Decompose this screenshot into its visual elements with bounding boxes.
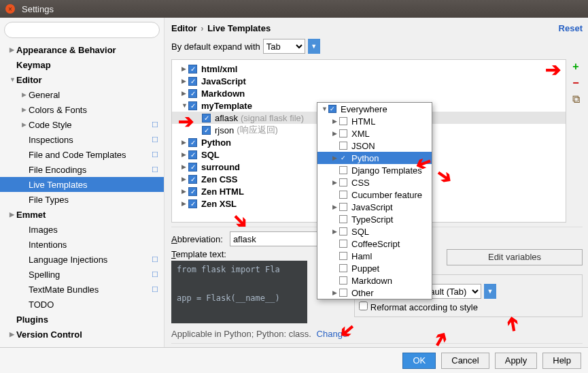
breadcrumb: Editor › Live Templates [171, 23, 271, 33]
settings-window: × Settings 🔍 ▶Appearance & BehaviorKeyma… [0, 0, 588, 373]
sidebar-item[interactable]: Intentions [0, 237, 164, 252]
search-input[interactable] [4, 22, 160, 38]
popup-item[interactable]: ▶SQL [317, 225, 432, 238]
popup-item[interactable]: Haml [317, 250, 432, 262]
sidebar-item[interactable]: ▶Emmet [0, 207, 164, 222]
abbreviation-label: Abbreviation: [171, 234, 223, 244]
dialog-footer: OK Cancel Apply Help [0, 347, 588, 373]
popup-item[interactable]: ▶✓Python [317, 152, 432, 164]
context-popup[interactable]: ▼✓Everywhere▶HTML▶XMLJSON▶✓PythonDjango … [317, 102, 432, 299]
sidebar-item[interactable]: File Types [0, 192, 164, 207]
template-row[interactable]: ▶✓JavaScript [172, 75, 566, 87]
popup-item[interactable]: Puppet [317, 262, 432, 274]
settings-tree[interactable]: ▶Appearance & BehaviorKeymap▼Editor▶Gene… [0, 42, 164, 347]
default-expand-row: By default expand with Tab ▼ [171, 39, 583, 59]
sidebar-item[interactable]: Plugins [0, 312, 164, 327]
sidebar: 🔍 ▶Appearance & BehaviorKeymap▼Editor▶Ge… [0, 18, 165, 347]
window-title: Settings [22, 4, 54, 14]
sidebar-item[interactable]: Spelling☐ [0, 267, 164, 282]
popup-item[interactable]: ▶Other [317, 287, 432, 299]
reformat-checkbox[interactable] [359, 302, 368, 310]
sidebar-item[interactable]: Keymap [0, 57, 164, 72]
ok-button[interactable]: OK [402, 353, 436, 369]
popup-item[interactable]: Markdown [317, 274, 432, 287]
sidebar-item[interactable]: TODO [0, 297, 164, 312]
reformat-checkbox-label[interactable]: Reformat according to style [359, 302, 478, 312]
popup-item[interactable]: JSON [317, 140, 432, 152]
sidebar-item[interactable]: ▶General [0, 87, 164, 102]
side-actions: + − ⧉ [569, 59, 583, 223]
template-text-editor[interactable]: from flask import Fla app = Flask(__name… [171, 261, 307, 323]
dropdown-icon[interactable]: ▼ [484, 284, 496, 299]
applicable-context: Applicable in Python; Python: class. Cha… [171, 325, 347, 343]
popup-item[interactable]: ▶CSS [317, 176, 432, 189]
popup-item[interactable]: ▼✓Everywhere [317, 103, 432, 115]
titlebar: × Settings [0, 0, 588, 18]
sidebar-item[interactable]: ▶Code Style☐ [0, 117, 164, 132]
sidebar-item[interactable]: Inspections☐ [0, 132, 164, 147]
sidebar-item[interactable]: Images [0, 222, 164, 237]
close-icon[interactable]: × [5, 4, 15, 14]
sidebar-item[interactable]: TextMate Bundles☐ [0, 282, 164, 297]
popup-item[interactable]: Django Templates [317, 164, 432, 176]
template-row[interactable]: ▶✓html/xml [172, 63, 566, 75]
expand-select[interactable]: Tab [263, 39, 305, 54]
popup-item[interactable]: CoffeeScript [317, 238, 432, 250]
apply-button[interactable]: Apply [495, 353, 538, 369]
popup-item[interactable]: ▶JavaScript [317, 201, 432, 213]
add-icon[interactable]: + [572, 61, 578, 73]
edit-variables-button[interactable]: Edit variables [447, 249, 583, 265]
sidebar-item[interactable]: Language Injections☐ [0, 252, 164, 267]
sidebar-item[interactable]: File and Code Templates☐ [0, 147, 164, 162]
cancel-button[interactable]: Cancel [441, 353, 489, 369]
popup-item[interactable]: ▶HTML [317, 115, 432, 127]
popup-item[interactable]: Cucumber feature [317, 189, 432, 201]
copy-icon[interactable]: ⧉ [572, 93, 580, 106]
sidebar-item[interactable]: ▶Version Control [0, 327, 164, 342]
change-link[interactable]: Change [317, 329, 348, 339]
popup-item[interactable]: TypeScript [317, 213, 432, 225]
sidebar-item[interactable]: Live Templates [0, 177, 164, 192]
sidebar-item[interactable]: ▶Appearance & Behavior [0, 42, 164, 57]
sidebar-item[interactable]: File Encodings☐ [0, 162, 164, 177]
sidebar-item[interactable]: ▼Editor [0, 72, 164, 87]
reset-link[interactable]: Reset [559, 23, 583, 33]
remove-icon[interactable]: − [572, 77, 578, 89]
sidebar-item[interactable]: ▶Colors & Fonts [0, 102, 164, 117]
popup-item[interactable]: ▶XML [317, 127, 432, 140]
main: 🔍 ▶Appearance & BehaviorKeymap▼Editor▶Ge… [0, 18, 588, 347]
help-button[interactable]: Help [542, 353, 581, 369]
dropdown-icon[interactable]: ▼ [308, 39, 320, 54]
template-row[interactable]: ▶✓Markdown [172, 87, 566, 99]
